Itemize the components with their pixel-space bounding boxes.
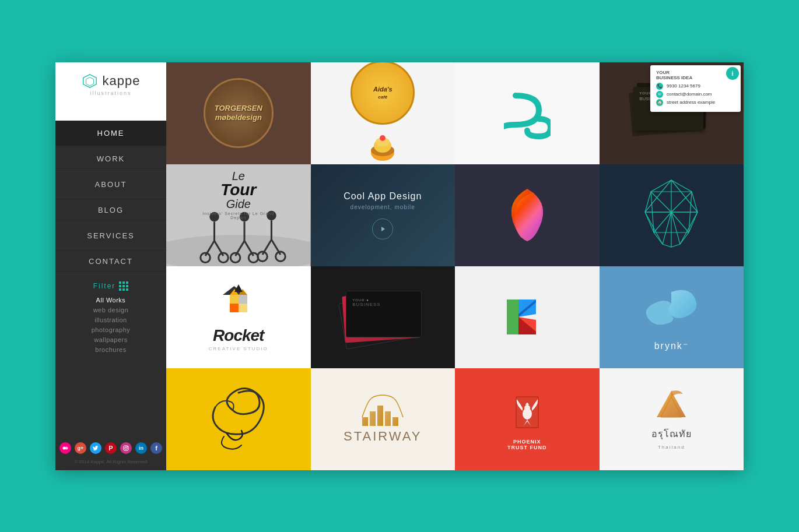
sidebar: kappe illustrations HOME WORK ABOUT BLOG… bbox=[55, 62, 166, 470]
svg-point-3 bbox=[65, 446, 68, 449]
filter-wallpapers[interactable]: wallpapers bbox=[94, 336, 128, 343]
svg-marker-32 bbox=[381, 227, 385, 231]
pinterest-icon[interactable]: P bbox=[105, 442, 117, 454]
logo-text: kappe bbox=[103, 73, 141, 89]
portfolio-grid: TORGERSENmøbeldesign Aida'scafé bbox=[166, 62, 744, 470]
portfolio-item-stairway[interactable]: STAIRWAY bbox=[311, 368, 455, 470]
cool-app-sub: development, mobile bbox=[351, 204, 415, 210]
portfolio-item-tour-book[interactable]: Le Tour Gide Insiders' Secrets for Le Gr… bbox=[166, 164, 311, 266]
linkedin-icon[interactable]: in bbox=[135, 442, 147, 454]
filter-photography[interactable]: photography bbox=[92, 326, 131, 333]
nav-contact[interactable]: CONTACT bbox=[55, 249, 166, 274]
filter-grid-icon bbox=[119, 281, 128, 291]
info-button[interactable]: i bbox=[726, 67, 739, 80]
svg-point-5 bbox=[125, 447, 127, 449]
portfolio-item-orange-logo[interactable] bbox=[455, 164, 600, 266]
svg-marker-0 bbox=[83, 74, 96, 87]
portfolio-item-business-card-1[interactable]: YOUR BUSINESS IDEA YOURBUSINESS IDEA 📞 9… bbox=[600, 62, 744, 164]
portfolio-item-brynk[interactable]: brynk⁻ bbox=[600, 266, 744, 368]
facebook-icon[interactable]: f bbox=[150, 442, 162, 454]
portfolio-item-phoenix[interactable]: PHOENIXTRUST FUND bbox=[455, 368, 600, 470]
social-icons: g+ P in f bbox=[55, 442, 166, 454]
portfolio-item-business-dark[interactable]: GENERAL MANAGER YOUR ● BUSINESS 📞 (011) … bbox=[311, 266, 455, 368]
filter-illustration[interactable]: illustration bbox=[94, 316, 127, 323]
logo-icon bbox=[82, 73, 98, 89]
nav-home[interactable]: HOME bbox=[55, 121, 166, 146]
nav-services[interactable]: SERVICES bbox=[55, 223, 166, 249]
portfolio-item-swirl[interactable] bbox=[166, 368, 311, 470]
twitter-icon[interactable] bbox=[90, 442, 101, 454]
nav-blog[interactable]: BLOG bbox=[55, 198, 166, 223]
portfolio-item-k-logo[interactable] bbox=[455, 266, 600, 368]
flickr-icon[interactable] bbox=[59, 442, 71, 454]
copyright: © 2014 Kappe. All Rights Reserved bbox=[55, 459, 166, 464]
nav-about[interactable]: ABOUT bbox=[55, 172, 166, 198]
logo-sub: illustrations bbox=[90, 90, 131, 96]
portfolio-item-cool-app[interactable]: Cool App Design development, mobile bbox=[311, 164, 455, 266]
portfolio-item-wood-logo[interactable]: TORGERSENmøbeldesign bbox=[166, 62, 311, 164]
filter-brochures[interactable]: brochures bbox=[95, 346, 126, 353]
main-nav: HOME WORK ABOUT BLOG SERVICES CONTACT bbox=[55, 121, 166, 274]
filter-section: Filter All Works web design illustration… bbox=[55, 281, 166, 353]
instagram-icon[interactable] bbox=[120, 442, 132, 454]
portfolio-item-thai-logo[interactable]: อรุโณทัย Thailand bbox=[600, 368, 744, 470]
logo-area: kappe illustrations bbox=[55, 62, 166, 121]
portfolio-item-snake[interactable] bbox=[455, 62, 600, 164]
cool-app-title: Cool App Design bbox=[344, 191, 422, 202]
nav-work[interactable]: WORK bbox=[55, 146, 166, 172]
cool-app-button[interactable] bbox=[372, 219, 393, 239]
svg-marker-1 bbox=[86, 77, 93, 86]
main-wrapper: kappe illustrations HOME WORK ABOUT BLOG… bbox=[55, 62, 744, 470]
portfolio-item-cupcake[interactable]: Aida'scafé bbox=[311, 62, 455, 164]
svg-point-6 bbox=[127, 446, 128, 446]
google-plus-icon[interactable]: g+ bbox=[75, 442, 86, 454]
portfolio-item-rocket[interactable]: Rocket CREATIVE STUDIO bbox=[166, 266, 311, 368]
portfolio-item-geometric-head[interactable] bbox=[600, 164, 744, 266]
filter-web[interactable]: web design bbox=[93, 306, 129, 313]
filter-links: All Works web design illustration photog… bbox=[92, 297, 131, 353]
filter-label: Filter bbox=[93, 281, 129, 291]
filter-all[interactable]: All Works bbox=[96, 297, 126, 304]
